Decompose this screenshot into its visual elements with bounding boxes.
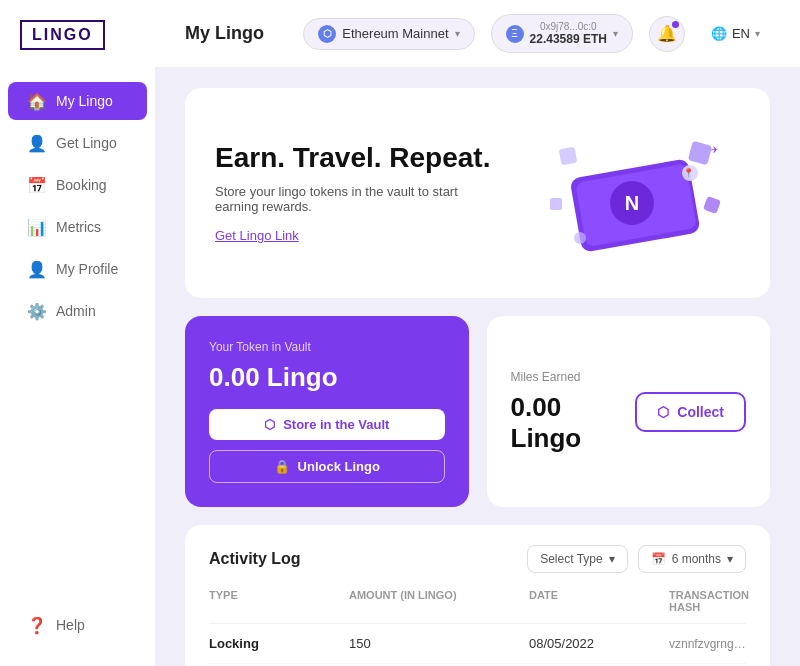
language-selector[interactable]: 🌐 EN ▾ xyxy=(701,20,770,47)
help-icon: ❓ xyxy=(28,616,46,634)
col-amount: AMOUNT (IN LINGO) xyxy=(349,589,529,613)
chevron-down-icon: ▾ xyxy=(613,28,618,39)
sidebar-item-help[interactable]: ❓ Help xyxy=(8,606,147,644)
sidebar-item-label: Booking xyxy=(56,177,107,193)
row-amount: 150 xyxy=(349,636,529,651)
col-date: DATE xyxy=(529,589,669,613)
chevron-down-icon: ▾ xyxy=(609,552,615,566)
vault-amount: 0.00 Lingo xyxy=(209,362,445,393)
logo-area: LINGO xyxy=(0,20,155,80)
page-title: My Lingo xyxy=(185,23,287,44)
logo: LINGO xyxy=(20,20,105,50)
wallet-amount: 22.43589 ETH xyxy=(530,32,607,46)
network-label: Ethereum Mainnet xyxy=(342,26,448,41)
svg-text:📍: 📍 xyxy=(683,167,695,179)
header: My Lingo ⬡ Ethereum Mainnet ▾ Ξ 0x9j78..… xyxy=(155,0,800,68)
filter-buttons: Select Type ▾ 📅 6 months ▾ xyxy=(527,545,746,573)
row-hash: vznnfzvgrngvzogvnx;gv-56416ivjozvnolvin … xyxy=(669,637,746,651)
home-icon: 🏠 xyxy=(28,92,46,110)
eth-wallet-icon: Ξ xyxy=(506,25,524,43)
svg-rect-7 xyxy=(550,198,562,210)
svg-point-9 xyxy=(574,232,586,244)
sidebar-item-label: Metrics xyxy=(56,219,101,235)
chevron-down-icon: ▾ xyxy=(727,552,733,566)
filter-type-button[interactable]: Select Type ▾ xyxy=(527,545,627,573)
sidebar-item-label: My Profile xyxy=(56,261,118,277)
store-icon: ⬡ xyxy=(264,417,275,432)
activity-title: Activity Log xyxy=(209,550,301,568)
sidebar-item-booking[interactable]: 📅 Booking xyxy=(8,166,147,204)
vault-card: Your Token in Vault 0.00 Lingo ⬡ Store i… xyxy=(185,316,469,507)
filter-period-label: 6 months xyxy=(672,552,721,566)
calendar-icon: 📅 xyxy=(651,552,666,566)
sidebar-item-metrics[interactable]: 📊 Metrics xyxy=(8,208,147,246)
collect-button[interactable]: ⬡ Collect xyxy=(635,392,746,432)
sidebar-item-label: My Lingo xyxy=(56,93,113,109)
main-area: My Lingo ⬡ Ethereum Mainnet ▾ Ξ 0x9j78..… xyxy=(155,0,800,666)
filter-period-button[interactable]: 📅 6 months ▾ xyxy=(638,545,746,573)
vault-section: Your Token in Vault 0.00 Lingo ⬡ Store i… xyxy=(185,316,770,507)
globe-icon: 🌐 xyxy=(711,26,727,41)
vault-label: Your Token in Vault xyxy=(209,340,445,354)
sidebar-item-label: Admin xyxy=(56,303,96,319)
notification-badge xyxy=(672,21,679,28)
hero-description: Store your lingo tokens in the vault to … xyxy=(215,184,475,214)
collect-icon: ⬡ xyxy=(657,404,669,420)
wallet-selector[interactable]: Ξ 0x9j78...0c:0 22.43589 ETH ▾ xyxy=(491,14,633,53)
booking-icon: 📅 xyxy=(28,176,46,194)
notification-button[interactable]: 🔔 xyxy=(649,16,685,52)
hero-card: Earn. Travel. Repeat. Store your lingo t… xyxy=(185,88,770,298)
hero-link[interactable]: Get Lingo Link xyxy=(215,228,299,243)
store-vault-button[interactable]: ⬡ Store in the Vault xyxy=(209,409,445,440)
row-date: 08/05/2022 xyxy=(529,636,669,651)
activity-table-body: Locking 150 08/05/2022 vznnfzvgrngvzogvn… xyxy=(209,624,746,666)
row-type: Locking xyxy=(209,636,349,651)
content-area: Earn. Travel. Repeat. Store your lingo t… xyxy=(155,68,800,666)
lock-icon: 🔒 xyxy=(274,459,290,474)
miles-card: Miles Earned 0.00 Lingo ⬡ Collect xyxy=(487,316,771,507)
hero-text: Earn. Travel. Repeat. Store your lingo t… xyxy=(215,142,490,244)
sidebar-item-label: Get Lingo xyxy=(56,135,117,151)
chevron-down-icon: ▾ xyxy=(755,28,760,39)
get-lingo-icon: 👤 xyxy=(28,134,46,152)
unlock-lingo-button[interactable]: 🔒 Unlock Lingo xyxy=(209,450,445,483)
svg-rect-5 xyxy=(559,147,578,166)
chevron-down-icon: ▾ xyxy=(455,28,460,39)
activity-log-section: Activity Log Select Type ▾ 📅 6 months ▾ … xyxy=(185,525,770,666)
sidebar-item-get-lingo[interactable]: 👤 Get Lingo xyxy=(8,124,147,162)
svg-rect-4 xyxy=(688,141,712,165)
lang-label: EN xyxy=(732,26,750,41)
svg-text:✈: ✈ xyxy=(711,145,719,155)
col-hash: TRANSACTION HASH xyxy=(669,589,749,613)
filter-type-label: Select Type xyxy=(540,552,602,566)
miles-amount: 0.00 Lingo xyxy=(511,392,636,454)
sidebar-item-my-profile[interactable]: 👤 My Profile xyxy=(8,250,147,288)
miles-label: Miles Earned xyxy=(511,370,636,384)
hero-illustration: N 📍 ✈ xyxy=(520,118,740,268)
profile-icon: 👤 xyxy=(28,260,46,278)
activity-header: Activity Log Select Type ▾ 📅 6 months ▾ xyxy=(209,545,746,573)
table-header: TYPE AMOUNT (IN LINGO) DATE TRANSACTION … xyxy=(209,589,746,624)
sidebar-item-my-lingo[interactable]: 🏠 My Lingo xyxy=(8,82,147,120)
col-type: TYPE xyxy=(209,589,349,613)
sidebar-item-admin[interactable]: ⚙️ Admin xyxy=(8,292,147,330)
wallet-address: 0x9j78...0c:0 xyxy=(530,21,607,32)
miles-info: Miles Earned 0.00 Lingo xyxy=(511,370,636,454)
svg-rect-6 xyxy=(703,196,721,214)
sidebar: LINGO 🏠 My Lingo 👤 Get Lingo 📅 Booking 📊… xyxy=(0,0,155,666)
network-selector[interactable]: ⬡ Ethereum Mainnet ▾ xyxy=(303,18,474,50)
admin-icon: ⚙️ xyxy=(28,302,46,320)
sidebar-item-label: Help xyxy=(56,617,85,633)
table-row: Locking 150 08/05/2022 vznnfzvgrngvzogvn… xyxy=(209,624,746,664)
hero-heading: Earn. Travel. Repeat. xyxy=(215,142,490,174)
svg-text:N: N xyxy=(625,192,639,214)
metrics-icon: 📊 xyxy=(28,218,46,236)
eth-network-icon: ⬡ xyxy=(318,25,336,43)
